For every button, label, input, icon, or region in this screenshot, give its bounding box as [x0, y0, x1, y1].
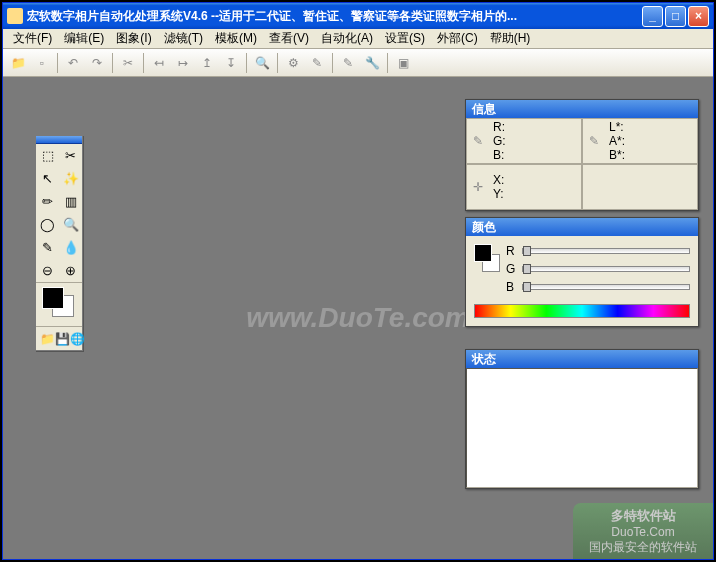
tb-left-icon[interactable]: ↤ [148, 52, 170, 74]
tb-separator [332, 53, 333, 73]
tool-pencil-icon[interactable]: ✏ [36, 190, 59, 213]
tool-blur-icon[interactable]: ◯ [36, 213, 59, 236]
tb-redo-icon[interactable]: ↷ [86, 52, 108, 74]
toolbar: 📁 ▫ ↶ ↷ ✂ ↤ ↦ ↥ ↧ 🔍 ⚙ ✎ ✎ 🔧 ▣ [3, 49, 713, 77]
badge-name: 多特软件站 [611, 507, 676, 525]
label-r: R: [493, 121, 506, 134]
color-swatch-pair[interactable] [474, 244, 498, 274]
info-rgb: ✎ R: G: B: [466, 118, 582, 164]
color-panel: 颜色 R G B [465, 217, 699, 327]
minimize-button[interactable]: _ [642, 6, 663, 27]
info-grid: ✎ R: G: B: ✎ L*: A*: B*: ✛ [466, 118, 698, 210]
tb-cut-icon[interactable]: ✂ [117, 52, 139, 74]
tool-zoomout-icon[interactable]: ⊖ [36, 259, 59, 282]
tb-separator [112, 53, 113, 73]
label-l: L*: [609, 121, 625, 134]
menu-file[interactable]: 文件(F) [7, 28, 58, 49]
label-bstar: B*: [609, 149, 625, 162]
menubar: 文件(F) 编辑(E) 图象(I) 滤镜(T) 模板(M) 查看(V) 自动化(… [3, 29, 713, 49]
tool-pointer-icon[interactable]: ↖ [36, 167, 59, 190]
status-panel: 状态 [465, 349, 699, 489]
tool-marquee-icon[interactable]: ⬚ [36, 144, 59, 167]
menu-settings[interactable]: 设置(S) [379, 28, 431, 49]
info-empty [582, 164, 698, 210]
slider-thumb[interactable] [523, 246, 531, 256]
slider-b-track[interactable] [522, 284, 690, 290]
slider-r-label: R [506, 244, 516, 258]
slider-g: G [506, 262, 690, 276]
info-panel: 信息 ✎ R: G: B: ✎ L*: A*: B*: [465, 99, 699, 211]
titlebar[interactable]: 宏软数字相片自动化处理系统V4.6 --适用于二代证、暂住证、警察证等各类证照数… [3, 3, 713, 29]
window-title: 宏软数字相片自动化处理系统V4.6 --适用于二代证、暂住证、警察证等各类证照数… [27, 8, 642, 25]
badge-slogan: 国内最安全的软件站 [589, 539, 697, 556]
menu-edit[interactable]: 编辑(E) [58, 28, 110, 49]
tb-separator [57, 53, 58, 73]
action-save-icon[interactable]: 💾 [55, 330, 70, 348]
tb-undo-icon[interactable]: ↶ [62, 52, 84, 74]
tb-new-icon[interactable]: ▫ [31, 52, 53, 74]
eyedropper-icon: ✎ [589, 134, 603, 148]
color-body: R G B [466, 236, 698, 302]
rgb-sliders: R G B [506, 244, 690, 294]
slider-g-track[interactable] [522, 266, 690, 272]
color-panel-title[interactable]: 颜色 [466, 218, 698, 236]
action-web-icon[interactable]: 🌐 [70, 330, 85, 348]
color-swatch[interactable] [36, 282, 82, 316]
tb-tool5-icon[interactable]: ▣ [392, 52, 414, 74]
tool-eyedropper-icon[interactable]: 💧 [59, 236, 82, 259]
tb-tool4-icon[interactable]: 🔧 [361, 52, 383, 74]
info-panel-title[interactable]: 信息 [466, 100, 698, 118]
menu-help[interactable]: 帮助(H) [484, 28, 537, 49]
status-body [466, 368, 698, 488]
slider-thumb[interactable] [523, 282, 531, 292]
window-controls: _ □ × [642, 6, 709, 27]
tool-zoomin-icon[interactable]: ⊕ [59, 259, 82, 282]
site-badge: 多特软件站 DuoTe.Com 国内最安全的软件站 [573, 503, 713, 559]
color-spectrum[interactable] [474, 304, 690, 318]
tb-zoom-icon[interactable]: 🔍 [251, 52, 273, 74]
menu-view[interactable]: 查看(V) [263, 28, 315, 49]
slider-b: B [506, 280, 690, 294]
menu-template[interactable]: 模板(M) [209, 28, 263, 49]
badge-url: DuoTe.Com [611, 525, 674, 539]
foreground-color[interactable] [42, 287, 64, 309]
menu-automation[interactable]: 自动化(A) [315, 28, 379, 49]
tb-down-icon[interactable]: ↧ [220, 52, 242, 74]
info-xy: ✛ X: Y: [466, 164, 582, 210]
status-panel-title[interactable]: 状态 [466, 350, 698, 368]
label-x: X: [493, 174, 504, 187]
tb-tool3-icon[interactable]: ✎ [337, 52, 359, 74]
toolbox-grid: ⬚ ✂ ↖ ✨ ✏ ▥ ◯ 🔍 ✎ 💧 ⊖ ⊕ [36, 144, 82, 282]
tb-tool1-icon[interactable]: ⚙ [282, 52, 304, 74]
watermark: www.DuoTe.com [246, 302, 470, 334]
tool-gradient-icon[interactable]: ▥ [59, 190, 82, 213]
tb-open-icon[interactable]: 📁 [7, 52, 29, 74]
main-window: 宏软数字相片自动化处理系统V4.6 --适用于二代证、暂住证、警察证等各类证照数… [2, 2, 714, 560]
toolbox-header[interactable] [36, 136, 82, 144]
fg-swatch[interactable] [474, 244, 492, 262]
crosshair-icon: ✛ [473, 180, 487, 194]
tb-tool2-icon[interactable]: ✎ [306, 52, 328, 74]
menu-image[interactable]: 图象(I) [110, 28, 157, 49]
tool-zoom-icon[interactable]: 🔍 [59, 213, 82, 236]
tb-up-icon[interactable]: ↥ [196, 52, 218, 74]
label-g: G: [493, 135, 506, 148]
workspace: www.DuoTe.com ⬚ ✂ ↖ ✨ ✏ ▥ ◯ 🔍 ✎ 💧 ⊖ ⊕ [3, 77, 713, 559]
menu-filter[interactable]: 滤镜(T) [158, 28, 209, 49]
close-button[interactable]: × [688, 6, 709, 27]
label-b: B: [493, 149, 506, 162]
maximize-button[interactable]: □ [665, 6, 686, 27]
toolbox-footer [36, 316, 82, 326]
app-icon [7, 8, 23, 24]
action-open-icon[interactable]: 📁 [40, 330, 55, 348]
info-lab: ✎ L*: A*: B*: [582, 118, 698, 164]
tb-separator [246, 53, 247, 73]
tool-crop-icon[interactable]: ✂ [59, 144, 82, 167]
slider-thumb[interactable] [523, 264, 531, 274]
tb-right-icon[interactable]: ↦ [172, 52, 194, 74]
slider-r-track[interactable] [522, 248, 690, 254]
menu-external[interactable]: 外部(C) [431, 28, 484, 49]
tool-brush-icon[interactable]: ✎ [36, 236, 59, 259]
tool-wand-icon[interactable]: ✨ [59, 167, 82, 190]
label-y: Y: [493, 188, 504, 201]
